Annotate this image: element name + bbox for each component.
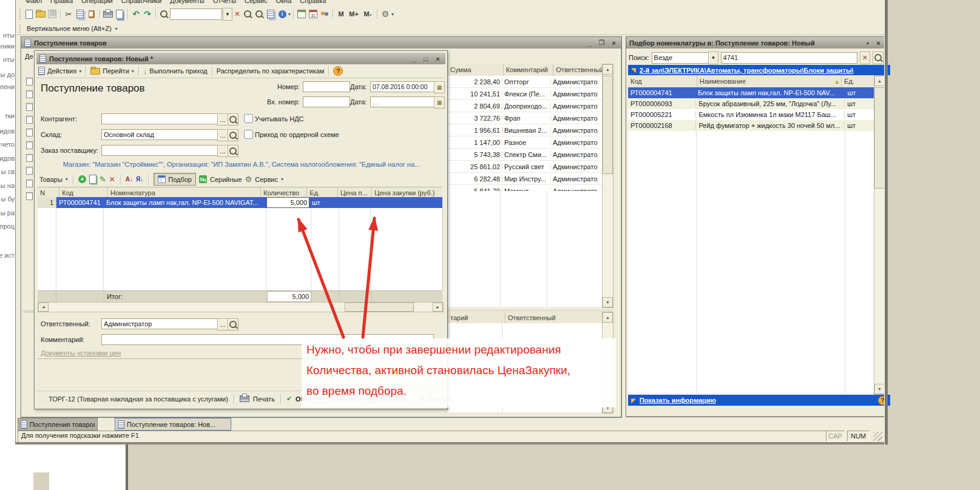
incoming-date-input[interactable]: . . xyxy=(370,96,438,107)
scroll-down-icon[interactable]: ▼ xyxy=(874,384,885,394)
save-icon[interactable] xyxy=(47,8,58,19)
menu-item-service[interactable]: Сервис xyxy=(245,0,268,4)
dropdown-icon[interactable]: ▾ xyxy=(66,176,68,182)
list-item[interactable]: РТ000006093 Брусок абразивный, 225 мм, "… xyxy=(628,98,874,109)
zoom-out-icon[interactable] xyxy=(254,8,265,19)
search-dropdown-button[interactable]: ▾ xyxy=(223,8,232,21)
dropdown-icon[interactable]: ▾ xyxy=(132,69,134,74)
scrollbar-thumb[interactable] xyxy=(874,87,885,189)
responsible-search-button[interactable] xyxy=(228,318,238,331)
column-header-responsible[interactable]: Ответственный xyxy=(505,312,602,323)
distribute-button[interactable]: Распределить по характеристикам xyxy=(217,67,325,75)
help-icon[interactable]: ? xyxy=(333,66,343,76)
table-row[interactable]: 25 861,02 Русский свет Администратор xyxy=(448,161,602,173)
supplier-order-search-button[interactable] xyxy=(228,145,238,157)
show-info-link[interactable]: Показать информацию xyxy=(640,397,874,404)
warehouse-browse-button[interactable]: ... xyxy=(217,129,228,141)
dialog-titlebar[interactable]: Поступление товаров: Новый * _ □ × xyxy=(36,53,445,64)
calendar-button[interactable]: ▦ xyxy=(434,96,445,109)
torg12-selector[interactable]: ТОРГ-12 (Товарная накладная за поставщик… xyxy=(49,395,228,403)
column-header-comment-fragment[interactable]: тарий xyxy=(448,312,505,323)
table-row[interactable]: 6 282,48 Мир Инстру... Администратор xyxy=(448,173,602,185)
redo-icon[interactable]: ↷ xyxy=(142,8,153,19)
table-row[interactable]: 2 804,69 Дооприходо... Администратор xyxy=(448,100,602,112)
menu-item-references[interactable]: Справочники xyxy=(121,0,162,4)
toolbar-search-input[interactable] xyxy=(170,8,222,20)
edit-row-icon[interactable]: ✎ xyxy=(100,175,106,184)
counterparty-search-button[interactable] xyxy=(228,113,238,126)
pick-button[interactable]: Подбор xyxy=(154,173,196,186)
list-item[interactable]: РТ000004741 Блок защиты ламп нак,гал. NP… xyxy=(628,87,874,98)
wrench-icon[interactable]: ⚙ xyxy=(380,8,391,19)
info-icon[interactable]: i xyxy=(277,8,288,19)
vertical-menu-dropdown-icon[interactable]: ▾ xyxy=(115,26,118,32)
print-button[interactable]: Печать xyxy=(253,395,275,403)
column-header-purchase-price[interactable]: Цена закупки (руб.) xyxy=(372,187,442,198)
column-header-comment[interactable]: Комментарий xyxy=(504,64,554,76)
close-icon[interactable]: × xyxy=(609,39,618,47)
menu-item-windows[interactable]: Окна xyxy=(276,0,292,4)
price-docs-link[interactable]: Документы установки цен xyxy=(41,349,121,357)
restore-icon[interactable]: ❐ xyxy=(597,39,606,47)
wrench-dropdown-icon[interactable]: ▾ xyxy=(391,12,394,17)
order-scheme-checkbox[interactable] xyxy=(244,130,253,139)
menu-item-edit[interactable]: Правка xyxy=(50,0,73,4)
close-icon[interactable]: × xyxy=(433,55,442,62)
scroll-down-icon[interactable]: ▼ xyxy=(603,297,613,307)
list-item[interactable]: РТ000005221 Емкость пл Изюминка 1л маки … xyxy=(628,109,874,120)
copy-icon[interactable] xyxy=(75,8,86,19)
vertical-menu-label[interactable]: Вертикальное меню (Alt+Z) xyxy=(27,25,112,32)
scroll-left-icon[interactable]: ◄ xyxy=(38,303,49,312)
scope-dropdown-icon[interactable]: ▾ xyxy=(708,52,718,64)
cut-icon[interactable]: ✂ xyxy=(63,8,74,19)
calendar-icon[interactable]: 31 xyxy=(308,8,319,19)
calendar-button[interactable]: ▦ xyxy=(434,81,445,93)
print-preview-icon[interactable] xyxy=(114,8,125,19)
counterparty-browse-button[interactable]: ... xyxy=(217,113,228,126)
responsible-input[interactable]: Администратор xyxy=(101,318,221,329)
goods-horizontal-scrollbar[interactable]: ◄ ► xyxy=(38,302,444,312)
column-header-name[interactable]: Наименование ▴ xyxy=(697,75,842,87)
info-dropdown-icon[interactable]: ▾ xyxy=(288,12,291,17)
new-document-icon[interactable] xyxy=(24,8,35,19)
copy-special-icon[interactable] xyxy=(265,8,276,19)
zoom-in-icon[interactable] xyxy=(242,8,253,19)
resize-grip[interactable] xyxy=(873,432,882,441)
column-header-responsible[interactable]: Ответственный xyxy=(553,64,602,76)
minimize-icon[interactable]: _ xyxy=(409,55,418,62)
column-header-code[interactable]: Код xyxy=(59,187,108,198)
sort-desc-icon[interactable]: Я↓ xyxy=(136,176,143,183)
menu-item-file[interactable]: Файл xyxy=(25,0,42,4)
menu-item-help[interactable]: Справка xyxy=(300,0,326,4)
picker-titlebar[interactable]: Подбор номенклатуры в: Поступление товар… xyxy=(626,37,886,49)
column-header-name[interactable]: Номенклатура xyxy=(108,187,261,198)
add-row-icon[interactable]: + xyxy=(78,175,86,183)
search-query-input[interactable]: 4741 xyxy=(721,52,857,64)
minimize-icon[interactable]: _ xyxy=(585,39,594,47)
dropdown-icon[interactable]: ▾ xyxy=(79,69,81,74)
scrollbar-thumb[interactable] xyxy=(603,76,613,174)
service-button[interactable]: Сервис xyxy=(255,176,278,183)
undo-icon[interactable]: ↶ xyxy=(130,8,141,19)
goods-menu-button[interactable]: Товары xyxy=(39,176,63,183)
taskbar-tab-receipts-list[interactable]: Поступления товаров xyxy=(18,418,98,431)
receipts-vertical-scrollbar[interactable]: ▲ ▼ xyxy=(602,64,613,308)
column-header-sum[interactable]: Сумма xyxy=(448,64,504,76)
supplier-order-input[interactable] xyxy=(101,145,221,156)
maximize-icon[interactable]: □ xyxy=(421,55,430,62)
incoming-number-input[interactable] xyxy=(303,96,350,107)
list-item[interactable]: РТ000002168 Рейд фумигатор + жидкость 30… xyxy=(628,120,874,131)
responsible-browse-button[interactable]: ... xyxy=(217,318,228,331)
dropdown-icon[interactable]: ▾ xyxy=(281,176,283,182)
delete-row-icon[interactable]: ✕ xyxy=(109,175,115,184)
memory-m-button[interactable]: M xyxy=(336,8,346,19)
column-header-unit[interactable]: Ед. xyxy=(842,75,874,87)
menu-item-reports[interactable]: Отчеты xyxy=(213,0,236,4)
table-row[interactable]: 1 147,00 Разное Администратор xyxy=(448,136,602,149)
actions-button[interactable]: Действия xyxy=(47,67,76,75)
column-header-price[interactable]: Цена п... xyxy=(338,187,372,198)
scroll-up-icon[interactable]: ▲ xyxy=(603,312,613,323)
goods-table-row[interactable]: 1 РТ000004741 Блок защиты ламп нак,гал. … xyxy=(38,197,442,208)
vat-checkbox[interactable] xyxy=(244,114,253,123)
print-icon[interactable] xyxy=(103,8,113,19)
